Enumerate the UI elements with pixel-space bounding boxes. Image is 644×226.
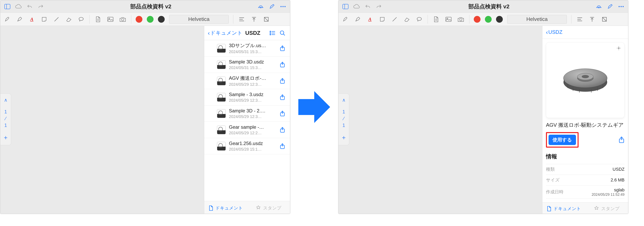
- flow-arrow-icon: [298, 85, 330, 129]
- file-name: Gear sample -…: [229, 124, 275, 130]
- list-view-icon[interactable]: [268, 29, 276, 37]
- align-icon[interactable]: [238, 15, 246, 23]
- file-row[interactable]: 3Dサンプル.us… 2024/05/31 15:3…: [204, 40, 290, 56]
- share-icon[interactable]: [618, 136, 624, 143]
- panel-footer: ドキュメント スタンプ: [204, 201, 290, 214]
- color-swatch-red[interactable]: [474, 16, 480, 23]
- color-swatch-red[interactable]: [136, 16, 142, 23]
- color-swatch-green[interactable]: [485, 16, 492, 23]
- pen-tool-icon[interactable]: [341, 15, 349, 23]
- document-tool-icon[interactable]: [432, 15, 440, 23]
- share-icon[interactable]: [278, 93, 286, 101]
- share-icon[interactable]: [278, 61, 286, 69]
- note-tool-icon[interactable]: [378, 15, 386, 23]
- sidebar-toggle-icon[interactable]: [342, 3, 349, 10]
- marker-tool-icon[interactable]: [16, 15, 24, 23]
- crop-icon[interactable]: [262, 15, 270, 23]
- more-icon[interactable]: [279, 3, 287, 10]
- cloud-icon[interactable]: [15, 3, 22, 10]
- line-tool-icon[interactable]: [390, 15, 398, 23]
- color-swatch-dark[interactable]: [158, 16, 165, 23]
- panel-title: USDZ: [245, 30, 260, 36]
- undo-icon[interactable]: [26, 3, 34, 10]
- file-row[interactable]: Sample 3D.usdz 2024/05/31 15:3…: [204, 56, 290, 73]
- file-row[interactable]: Sample - 3.usdz 2024/05/29 12:3…: [204, 89, 290, 106]
- color-swatch-dark[interactable]: [496, 16, 503, 23]
- camera-tool-icon[interactable]: [119, 15, 127, 23]
- info-value: sglab 2024/05/29 11:52:49: [592, 188, 624, 197]
- sidebar-toggle-icon[interactable]: [4, 3, 11, 10]
- align-icon[interactable]: [576, 15, 584, 23]
- info-list: 種類 USDZ サイズ 2.6 MB 作成日時 sglab 2024/05/29…: [546, 164, 624, 199]
- undo-icon[interactable]: [364, 3, 372, 10]
- font-selector[interactable]: Helvetica: [507, 15, 567, 24]
- canvas-area[interactable]: ∧ 1 ∕ 1 + ‹ USDZ: [338, 26, 628, 214]
- present-icon[interactable]: [595, 3, 603, 10]
- document-tool-icon[interactable]: [94, 15, 102, 23]
- crop-icon[interactable]: [600, 15, 608, 23]
- file-row[interactable]: Sample 3D - 2.… 2024/05/29 12:3…: [204, 106, 290, 122]
- page-rail-up-icon[interactable]: ∧: [342, 97, 346, 103]
- tab-stamp[interactable]: スタンプ: [585, 202, 628, 214]
- expand-icon[interactable]: [616, 45, 622, 51]
- text-tool-icon[interactable]: A: [366, 15, 374, 23]
- tab-stamp[interactable]: スタンプ: [247, 201, 290, 214]
- line-tool-icon[interactable]: [52, 15, 60, 23]
- add-page-icon[interactable]: +: [4, 134, 8, 142]
- use-button[interactable]: 使用する: [548, 135, 576, 145]
- search-icon[interactable]: [278, 29, 286, 37]
- add-page-icon[interactable]: +: [342, 134, 346, 142]
- share-icon[interactable]: [278, 44, 286, 52]
- file-row[interactable]: AGV 搬送ロボ-… 2024/05/29 12:3…: [204, 73, 290, 89]
- svg-point-5: [284, 6, 286, 7]
- more-icon[interactable]: [617, 3, 625, 10]
- pen-tool-icon[interactable]: [3, 15, 11, 23]
- file-thumb-icon: [217, 142, 226, 150]
- file-row[interactable]: Gear sample -… 2024/05/29 12:2…: [204, 122, 290, 138]
- camera-tool-icon[interactable]: [457, 15, 465, 23]
- back-button[interactable]: ‹ ドキュメント: [208, 30, 242, 36]
- titlebar: 部品点検資料 v2: [338, 0, 628, 13]
- lasso-tool-icon[interactable]: [77, 15, 85, 23]
- cloud-icon[interactable]: [353, 3, 360, 10]
- note-tool-icon[interactable]: [40, 15, 48, 23]
- image-tool-icon[interactable]: [444, 15, 452, 23]
- svg-point-12: [122, 18, 124, 21]
- file-thumb-icon: [217, 93, 226, 102]
- file-list[interactable]: 3Dサンプル.us… 2024/05/31 15:3… Sample 3D.us…: [204, 40, 290, 201]
- redo-icon[interactable]: [37, 3, 44, 10]
- font-selector[interactable]: Helvetica: [169, 15, 229, 24]
- canvas-area[interactable]: ∧ 1 ∕ 1 + ‹ ドキュメント USDZ: [0, 26, 290, 214]
- svg-rect-53: [446, 17, 451, 22]
- file-name: Sample 3D - 2.…: [229, 108, 275, 114]
- edit-icon[interactable]: [606, 3, 614, 10]
- redo-icon[interactable]: [375, 3, 383, 10]
- share-icon[interactable]: [278, 126, 286, 134]
- info-row: サイズ 2.6 MB: [546, 175, 624, 186]
- share-icon[interactable]: [278, 110, 286, 118]
- share-icon[interactable]: [278, 77, 286, 85]
- svg-line-6: [54, 17, 58, 21]
- chevron-left-icon: ‹: [208, 30, 210, 36]
- color-swatch-green[interactable]: [147, 16, 154, 23]
- page-rail-up-icon[interactable]: ∧: [4, 97, 8, 103]
- lasso-tool-icon[interactable]: [415, 15, 423, 23]
- text-tool-icon[interactable]: A: [28, 15, 36, 23]
- tab-document[interactable]: ドキュメント: [542, 202, 585, 214]
- image-tool-icon[interactable]: [106, 15, 114, 23]
- eraser-tool-icon[interactable]: [65, 15, 73, 23]
- present-icon[interactable]: [257, 3, 264, 10]
- eraser-tool-icon[interactable]: [403, 15, 411, 23]
- svg-line-62: [602, 17, 606, 21]
- edit-icon[interactable]: [268, 3, 276, 10]
- tab-document[interactable]: ドキュメント: [204, 201, 247, 214]
- tab-stamp-label: スタンプ: [263, 205, 282, 211]
- arrow-up-icon[interactable]: [588, 15, 596, 23]
- preview-card[interactable]: [546, 42, 624, 118]
- file-row[interactable]: Gear1.256.usdz 2024/05/28 15:1…: [204, 138, 290, 154]
- marker-tool-icon[interactable]: [354, 15, 362, 23]
- arrow-up-icon[interactable]: [250, 15, 258, 23]
- svg-point-22: [270, 33, 271, 34]
- back-button[interactable]: ‹ USDZ: [546, 29, 562, 36]
- share-icon[interactable]: [278, 142, 286, 150]
